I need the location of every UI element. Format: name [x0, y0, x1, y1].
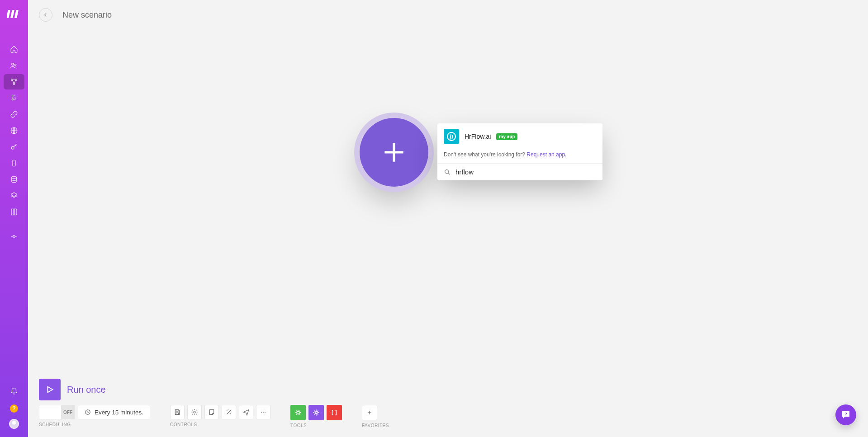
request-app-link[interactable]: Request an app. [526, 151, 566, 158]
nav-scenarios[interactable] [4, 74, 24, 89]
favorites-label: FAVORITES [362, 423, 389, 428]
control-explain-flow[interactable] [239, 405, 253, 419]
run-once-button[interactable] [39, 379, 61, 400]
clock-icon [85, 409, 91, 415]
sidebar-nav [0, 42, 28, 244]
nav-templates[interactable] [4, 90, 24, 106]
add-module-inner [360, 118, 428, 187]
control-auto-align[interactable] [222, 405, 236, 419]
tools-section: TOOLS [290, 405, 342, 428]
control-notes[interactable] [204, 405, 219, 419]
popover-hint-text: Don't see what you're looking for? [444, 151, 526, 158]
tools-label: TOOLS [290, 423, 342, 428]
flow-gear-icon [294, 409, 302, 417]
controls-label: CONTROLS [170, 422, 270, 427]
gear-icon [191, 409, 198, 416]
nav-more[interactable] [4, 229, 24, 244]
app-result-name: HrFlow.ai [465, 133, 491, 140]
more-icon [260, 409, 267, 416]
scenario-title-input[interactable] [62, 10, 180, 20]
svg-rect-1 [10, 10, 14, 18]
add-favorite-button[interactable] [362, 405, 377, 420]
svg-point-4 [14, 64, 16, 66]
sidebar-bottom: ? [0, 383, 28, 437]
svg-point-6 [15, 79, 17, 81]
save-icon [174, 409, 181, 416]
svg-text:?: ? [844, 412, 847, 416]
run-once-label: Run once [67, 385, 106, 395]
nav-home[interactable] [4, 42, 24, 57]
svg-rect-2 [14, 10, 19, 18]
header [39, 8, 180, 22]
notifications-icon[interactable] [4, 383, 24, 398]
scheduling-toggle-state: OFF [61, 405, 75, 419]
tool-flow-control[interactable] [290, 405, 306, 420]
run-row: Run once [39, 379, 857, 400]
my-app-badge: my app [496, 133, 517, 140]
tool-tools[interactable] [308, 405, 324, 420]
control-save[interactable] [170, 405, 185, 419]
tool-row: OFF Every 15 minutes. SCHEDULING [39, 405, 857, 428]
svg-point-9 [11, 146, 14, 149]
back-button[interactable] [39, 8, 52, 22]
plus-icon [380, 138, 408, 166]
nav-devices[interactable] [4, 155, 24, 171]
plus-small-icon [366, 409, 373, 416]
svg-rect-0 [7, 10, 10, 18]
search-icon [444, 169, 451, 176]
app-result-hrflow[interactable]: HrFlow.ai my app [437, 123, 602, 150]
schedule-interval-label: Every 15 minutes. [95, 409, 143, 416]
help-badge[interactable]: ? [10, 404, 18, 413]
user-avatar[interactable] [9, 419, 19, 429]
plane-icon [242, 409, 250, 416]
wand-icon [225, 409, 232, 416]
control-settings[interactable] [187, 405, 202, 419]
svg-point-5 [11, 79, 13, 81]
scheduling-section: OFF Every 15 minutes. SCHEDULING [39, 405, 150, 427]
nav-keys[interactable] [4, 139, 24, 155]
svg-point-16 [261, 412, 262, 413]
svg-point-13 [445, 169, 449, 173]
app-search-wrap [437, 163, 602, 180]
hrflow-app-icon [444, 129, 459, 144]
svg-point-19 [297, 411, 299, 414]
make-logo[interactable] [6, 6, 22, 22]
floating-help-button[interactable]: ? [835, 404, 856, 425]
svg-point-17 [263, 412, 264, 413]
nav-team[interactable] [4, 58, 24, 73]
note-icon [208, 409, 215, 416]
app-search-input[interactable] [455, 168, 596, 176]
app-search-popover: HrFlow.ai my app Don't see what you're l… [437, 123, 602, 180]
svg-point-11 [12, 176, 17, 179]
sidebar: ? [0, 0, 28, 437]
bottom-bar: Run once OFF Every 15 minutes. SCHEDULIN… [39, 379, 857, 428]
wrench-icon [312, 409, 320, 417]
brackets-icon [330, 409, 338, 417]
svg-point-3 [12, 63, 14, 66]
popover-hint: Don't see what you're looking for? Reque… [437, 150, 602, 163]
nav-docs[interactable] [4, 204, 24, 220]
favorites-section: FAVORITES [362, 405, 389, 428]
controls-section: CONTROLS [170, 405, 270, 427]
svg-point-20 [315, 412, 318, 414]
svg-point-12 [13, 235, 15, 238]
control-more[interactable] [256, 405, 270, 419]
svg-point-18 [265, 412, 266, 413]
add-module-button[interactable] [354, 113, 434, 192]
chat-help-icon: ? [840, 409, 851, 420]
scheduling-toggle[interactable]: OFF [39, 405, 75, 419]
nav-connections[interactable] [4, 107, 24, 122]
tool-text-parser[interactable] [327, 405, 342, 420]
scheduling-label: SCHEDULING [39, 422, 150, 427]
canvas[interactable]: HrFlow.ai my app Don't see what you're l… [28, 0, 868, 437]
svg-point-15 [194, 411, 195, 413]
schedule-interval[interactable]: Every 15 minutes. [78, 405, 150, 419]
nav-datastores-2[interactable] [4, 188, 24, 203]
nav-webhooks[interactable] [4, 123, 24, 138]
nav-datastores[interactable] [4, 172, 24, 187]
play-icon [45, 385, 55, 395]
